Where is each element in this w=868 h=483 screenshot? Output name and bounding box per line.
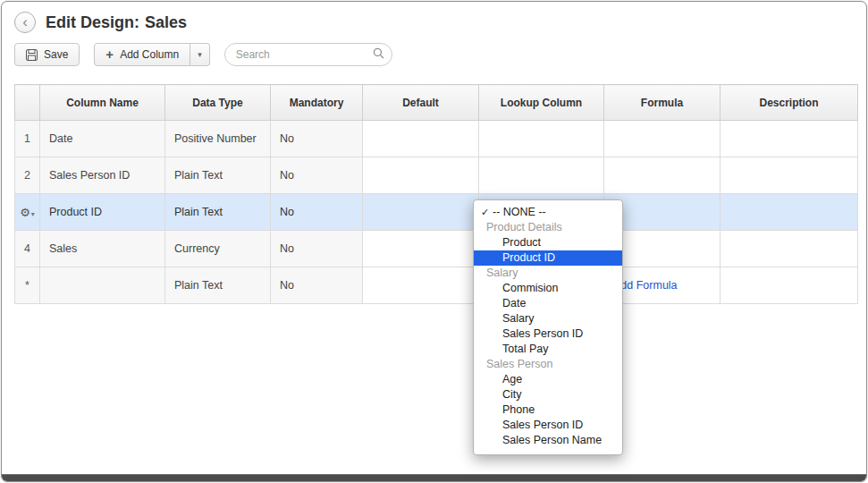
cell-default[interactable] [363, 194, 479, 231]
search-input[interactable] [224, 43, 392, 66]
dropdown-item-label: -- NONE -- [493, 206, 546, 218]
add-column-split-button: + Add Column ▾ [94, 43, 209, 66]
dropdown-item[interactable]: Sales Person ID [474, 418, 622, 433]
app-window: ‹ Edit Design:Sales Save + Add Column ▾ [1, 1, 867, 482]
cell-data-type[interactable]: Positive Number [165, 121, 271, 157]
cell-mandatory[interactable]: No [271, 267, 363, 304]
column-header-mandatory: Mandatory [271, 85, 363, 121]
dropdown-group-header: Sales Person [474, 357, 622, 372]
cell-description[interactable] [721, 121, 858, 157]
table-row: 1 Date Positive Number No [15, 121, 858, 157]
cell-formula[interactable] [604, 157, 721, 194]
dropdown-item[interactable]: Sales Person ID [474, 326, 622, 342]
cell-default[interactable] [363, 157, 479, 194]
chevron-down-icon: ▾ [198, 50, 202, 59]
column-header-lookup: Lookup Column [479, 85, 604, 121]
page-title: Edit Design:Sales [46, 13, 187, 32]
column-header-datatype: Data Type [165, 85, 271, 121]
dropdown-group-header: Product Details [474, 220, 622, 235]
plus-icon: + [105, 50, 114, 59]
cell-default[interactable] [363, 231, 479, 267]
column-header-formula: Formula [604, 85, 721, 121]
table-row-selected: ⚙▾ Product ID Plain Text No [15, 194, 858, 231]
dropdown-item-none[interactable]: ✓-- NONE -- [474, 205, 622, 220]
cell-mandatory[interactable]: No [271, 157, 363, 194]
cell-formula[interactable] [604, 121, 721, 157]
dropdown-item[interactable]: Phone [474, 402, 622, 418]
column-header-default: Default [363, 85, 479, 121]
dropdown-item-selected[interactable]: Product ID [474, 250, 622, 266]
page-title-prefix: Edit Design: [46, 13, 139, 31]
cell-description[interactable] [721, 194, 858, 231]
row-number: 2 [15, 157, 40, 194]
cell-description[interactable] [721, 267, 858, 304]
chevron-down-icon: ▾ [31, 210, 35, 218]
check-icon: ✓ [481, 205, 493, 220]
cell-data-type[interactable]: Currency [165, 231, 271, 267]
cell-column-name[interactable]: Sales Person ID [40, 157, 165, 194]
add-column-button-label: Add Column [120, 48, 179, 61]
page-header: ‹ Edit Design:Sales [2, 2, 866, 37]
dropdown-item[interactable]: Date [474, 296, 622, 311]
cell-mandatory[interactable]: No [271, 121, 363, 157]
column-header-rownum [15, 85, 40, 121]
cell-mandatory[interactable]: No [271, 231, 363, 267]
lookup-column-dropdown: ✓-- NONE -- Product Details Product Prod… [473, 199, 623, 455]
dropdown-item[interactable]: Salary [474, 311, 622, 326]
gear-icon: ⚙ [20, 206, 30, 219]
cell-default[interactable] [363, 121, 479, 157]
cell-column-name[interactable]: Date [40, 121, 165, 157]
row-number: 4 [15, 231, 40, 267]
save-button[interactable]: Save [14, 43, 80, 66]
dropdown-item[interactable]: City [474, 387, 622, 402]
table-row: 4 Sales Currency No [15, 231, 858, 267]
page-title-form-name: Sales [145, 13, 187, 31]
toolbar: Save + Add Column ▾ [2, 37, 866, 75]
search-box [224, 43, 392, 66]
dropdown-item[interactable]: Total Pay [474, 342, 622, 357]
dropdown-group-header: Salary [474, 266, 622, 281]
save-button-label: Save [44, 48, 68, 61]
back-button[interactable]: ‹ [14, 12, 36, 33]
cell-default[interactable] [363, 267, 479, 304]
cell-lookup[interactable] [479, 121, 604, 157]
cell-description[interactable] [721, 157, 858, 194]
dropdown-item[interactable]: Sales Person Name [474, 433, 622, 448]
dropdown-item[interactable]: Age [474, 372, 622, 387]
cell-column-name[interactable] [40, 267, 165, 304]
cell-column-name[interactable]: Product ID [40, 194, 165, 231]
save-icon [26, 49, 38, 61]
table-row-new: * Plain Text No Add Formula [15, 267, 858, 304]
column-header-name: Column Name [40, 85, 165, 121]
back-chevron-icon: ‹ [22, 14, 28, 30]
window-bottom-edge [2, 474, 866, 481]
cell-description[interactable] [721, 231, 858, 267]
cell-column-name[interactable]: Sales [40, 231, 165, 267]
row-number: * [15, 267, 40, 304]
design-table: Column Name Data Type Mandatory Default … [14, 84, 858, 304]
row-number: 1 [15, 121, 40, 157]
add-column-button[interactable]: + Add Column [94, 43, 190, 66]
table-row: 2 Sales Person ID Plain Text No [15, 157, 858, 194]
cell-mandatory[interactable]: No [271, 194, 363, 231]
add-column-menu-button[interactable]: ▾ [190, 43, 210, 66]
table-header-row: Column Name Data Type Mandatory Default … [15, 85, 858, 121]
dropdown-item[interactable]: Commision [474, 281, 622, 296]
cell-data-type[interactable]: Plain Text [165, 194, 271, 231]
cell-data-type[interactable]: Plain Text [165, 157, 271, 194]
column-header-description: Description [721, 85, 858, 121]
cell-lookup[interactable] [479, 157, 604, 194]
row-actions[interactable]: ⚙▾ [15, 194, 40, 231]
cell-data-type[interactable]: Plain Text [165, 267, 271, 304]
dropdown-item[interactable]: Product [474, 235, 622, 250]
search-icon [373, 47, 384, 59]
